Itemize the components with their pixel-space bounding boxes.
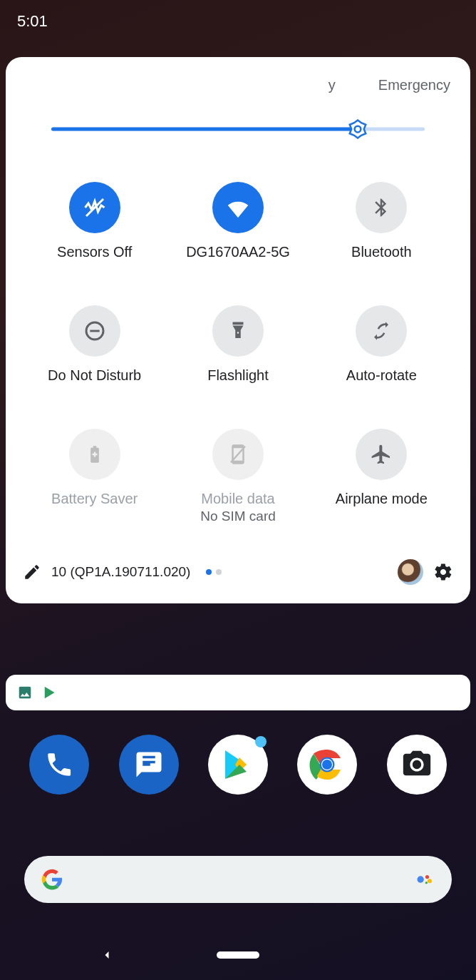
status-time: 5:01 — [17, 12, 48, 31]
svg-point-9 — [354, 126, 361, 133]
dock — [0, 735, 476, 795]
tile-flashlight[interactable]: Flashlight — [166, 305, 309, 384]
dnd-icon — [69, 305, 120, 357]
tile-label: DG1670AA2-5G — [186, 243, 290, 261]
tile-bluetooth[interactable]: Bluetooth — [310, 182, 453, 261]
tile-airplane-mode[interactable]: Airplane mode — [310, 429, 453, 525]
navigation-bar — [0, 930, 476, 980]
qs-header-truncated[interactable]: y — [328, 77, 336, 93]
tile-label: Auto-rotate — [346, 367, 417, 384]
tile-label: Battery Saver — [51, 490, 138, 508]
brightness-slider[interactable] — [51, 119, 425, 139]
google-search-bar[interactable] — [24, 856, 452, 903]
airplane-icon — [356, 429, 407, 480]
phone-app-icon[interactable] — [29, 735, 89, 795]
mobile-data-icon — [212, 429, 264, 480]
tile-label: Do Not Disturb — [48, 367, 141, 384]
tile-sensors-off[interactable]: Sensors Off — [23, 182, 166, 261]
tile-wifi[interactable]: DG1670AA2-5G — [166, 182, 309, 261]
status-bar: 5:01 — [0, 0, 476, 43]
svg-point-4 — [418, 876, 424, 882]
edit-icon[interactable] — [23, 563, 41, 581]
messages-app-icon[interactable] — [119, 735, 179, 795]
tile-label: Sensors Off — [57, 243, 132, 261]
tile-label: Airplane mode — [336, 490, 428, 508]
flashlight-icon — [212, 305, 264, 357]
bluetooth-icon — [356, 182, 407, 233]
tile-mobile-data[interactable]: Mobile data No SIM card — [166, 429, 309, 525]
tile-label: Mobile data — [200, 490, 276, 508]
battery-saver-icon — [69, 429, 120, 480]
svg-point-3 — [322, 760, 332, 770]
tile-label: Bluetooth — [351, 243, 412, 261]
tile-auto-rotate[interactable]: Auto-rotate — [310, 305, 453, 384]
wifi-icon — [212, 182, 264, 233]
user-avatar[interactable] — [398, 559, 423, 585]
build-number: 10 (QP1A.190711.020) — [51, 564, 190, 580]
auto-rotate-icon — [356, 305, 407, 357]
assistant-icon — [415, 869, 435, 889]
tile-label: Flashlight — [207, 367, 269, 384]
svg-point-7 — [425, 882, 428, 884]
settings-icon[interactable] — [433, 562, 453, 582]
page-indicator[interactable] — [206, 569, 222, 575]
play-store-app-icon[interactable] — [208, 735, 268, 795]
svg-point-5 — [425, 875, 429, 879]
quick-settings-panel: y Emergency Sensors Off — [6, 57, 470, 603]
chrome-app-icon[interactable] — [297, 735, 357, 795]
photos-notif-icon — [17, 685, 33, 700]
brightness-icon — [347, 118, 368, 140]
svg-point-6 — [428, 879, 432, 883]
camera-app-icon[interactable] — [387, 735, 447, 795]
emergency-button[interactable]: Emergency — [378, 77, 450, 93]
google-g-icon — [41, 869, 63, 890]
play-store-notif-icon — [43, 685, 58, 700]
sensors-off-icon — [69, 182, 120, 233]
tile-do-not-disturb[interactable]: Do Not Disturb — [23, 305, 166, 384]
tile-battery-saver[interactable]: Battery Saver — [23, 429, 166, 525]
tile-sublabel: No SIM card — [200, 508, 276, 525]
notification-shelf[interactable] — [6, 675, 470, 710]
back-button[interactable] — [100, 948, 114, 962]
home-gesture-pill[interactable] — [217, 951, 259, 959]
